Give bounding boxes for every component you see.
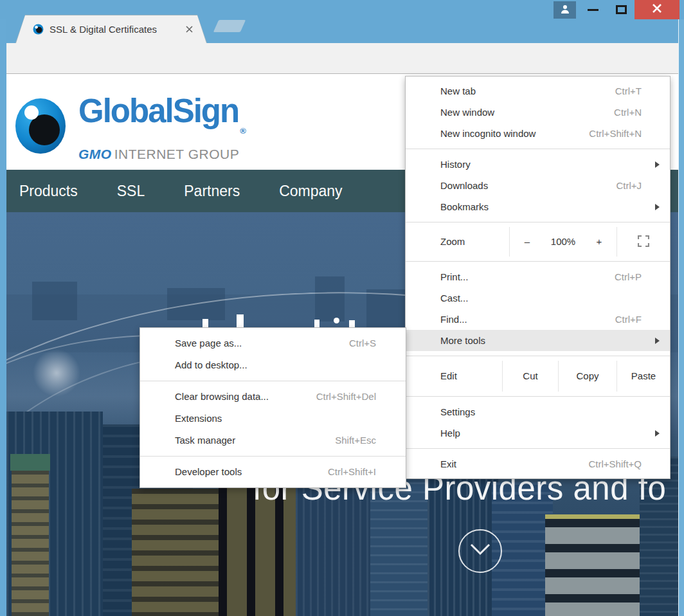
copy-button[interactable]: Copy bbox=[558, 361, 616, 392]
chevron-down-icon bbox=[469, 543, 491, 559]
globalsign-eye-icon bbox=[14, 97, 67, 158]
zoom-label: Zoom bbox=[406, 227, 510, 257]
nav-item-partners[interactable]: Partners bbox=[184, 183, 240, 200]
minimize-button[interactable] bbox=[579, 0, 608, 19]
tab-title: SSL & Digital Certificates bbox=[50, 24, 176, 35]
hero-heading-letter-fragment bbox=[203, 319, 208, 327]
tab-strip: SSL & Digital Certificates bbox=[0, 19, 684, 43]
menu-separator bbox=[406, 396, 670, 397]
light-glow bbox=[31, 347, 82, 399]
menu-item-cast[interactable]: Cast... bbox=[406, 287, 670, 309]
more-tools-submenu: Save page as...Ctrl+S Add to desktop... … bbox=[140, 327, 406, 488]
cut-button[interactable]: Cut bbox=[502, 361, 558, 392]
menu-separator bbox=[406, 356, 670, 356]
menu-item-new-tab[interactable]: New tabCtrl+T bbox=[406, 80, 670, 102]
nav-item-ssl[interactable]: SSL bbox=[117, 183, 145, 200]
nav-item-company[interactable]: Company bbox=[279, 183, 342, 200]
menu-zoom-row: Zoom – 100% + bbox=[406, 227, 670, 257]
browser-window: SSL & Digital Certificates GMO GlobalSig… bbox=[0, 0, 684, 616]
menu-separator bbox=[140, 456, 406, 457]
menu-separator bbox=[406, 448, 670, 449]
logo-internet-group: INTERNET GROUP bbox=[114, 147, 239, 161]
window-border-right bbox=[678, 19, 684, 616]
menu-item-settings[interactable]: Settings bbox=[406, 401, 670, 422]
fullscreen-button[interactable] bbox=[616, 227, 670, 257]
building bbox=[132, 489, 222, 616]
menu-item-history[interactable]: History bbox=[406, 154, 670, 175]
maximize-icon bbox=[616, 5, 627, 14]
menu-separator bbox=[406, 149, 670, 149]
skyline-silhouette bbox=[32, 282, 77, 320]
tab-close-icon[interactable] bbox=[183, 24, 195, 35]
menu-item-find[interactable]: Find...Ctrl+F bbox=[406, 309, 670, 330]
nav-item-products[interactable]: Products bbox=[19, 183, 78, 200]
tab-favicon-globalsign-eye-icon bbox=[33, 24, 44, 35]
person-icon bbox=[560, 4, 570, 17]
window-border-left bbox=[0, 19, 6, 616]
minimize-icon bbox=[588, 9, 598, 11]
close-button[interactable] bbox=[634, 0, 680, 19]
submenu-item-extensions[interactable]: Extensions bbox=[140, 408, 406, 430]
menu-item-more-tools[interactable]: More tools bbox=[406, 330, 670, 351]
menu-item-help[interactable]: Help bbox=[406, 422, 670, 444]
browser-menu: New tabCtrl+T New windowCtrl+N New incog… bbox=[405, 76, 670, 479]
menu-item-new-incognito-window[interactable]: New incognito windowCtrl+Shift+N bbox=[406, 123, 670, 144]
menu-edit-row: Edit Cut Copy Paste bbox=[406, 361, 670, 392]
profile-button[interactable] bbox=[554, 1, 576, 19]
submenu-arrow-icon bbox=[655, 338, 660, 344]
browser-toolbar: GMO GlobalSign Inc [US] https://www.glob… bbox=[0, 43, 684, 74]
registered-mark: ® bbox=[240, 126, 246, 136]
submenu-item-developer-tools[interactable]: Developer toolsCtrl+Shift+I bbox=[140, 461, 406, 483]
maximize-button[interactable] bbox=[608, 0, 634, 19]
scroll-down-button[interactable] bbox=[458, 529, 502, 573]
zoom-in-button[interactable]: + bbox=[582, 227, 616, 257]
edit-label: Edit bbox=[406, 361, 502, 392]
submenu-item-clear-browsing-data[interactable]: Clear browsing data...Ctrl+Shift+Del bbox=[140, 386, 406, 408]
menu-separator bbox=[406, 222, 670, 222]
zoom-level-value: 100% bbox=[544, 227, 582, 257]
menu-separator bbox=[406, 261, 670, 262]
hero-heading-letter-fragment bbox=[314, 320, 320, 327]
hero-heading-letter-fragment bbox=[349, 320, 355, 327]
submenu-item-add-to-desktop[interactable]: Add to desktop... bbox=[140, 354, 406, 376]
hero-heading-letter-fragment bbox=[237, 314, 244, 327]
new-tab-button[interactable] bbox=[213, 20, 246, 32]
tab-title-fade bbox=[165, 19, 184, 37]
menu-item-bookmarks[interactable]: Bookmarks bbox=[406, 196, 670, 217]
submenu-item-task-manager[interactable]: Task managerShift+Esc bbox=[140, 430, 406, 451]
building-light-rooftop bbox=[545, 514, 643, 616]
globalsign-logo[interactable]: GlobalSign® GMOINTERNET GROUP bbox=[14, 97, 246, 162]
active-tab[interactable]: SSL & Digital Certificates bbox=[15, 15, 207, 43]
logo-text: GlobalSign® GMOINTERNET GROUP bbox=[78, 97, 246, 162]
building-green-roof bbox=[10, 454, 50, 616]
submenu-arrow-icon bbox=[655, 430, 660, 437]
menu-item-downloads[interactable]: DownloadsCtrl+J bbox=[406, 175, 670, 196]
menu-separator bbox=[140, 381, 406, 381]
submenu-arrow-icon bbox=[655, 161, 660, 168]
zoom-out-button[interactable]: – bbox=[510, 227, 544, 257]
menu-item-exit[interactable]: ExitCtrl+Shift+Q bbox=[406, 453, 670, 475]
submenu-item-save-page-as[interactable]: Save page as...Ctrl+S bbox=[140, 332, 406, 354]
fullscreen-icon bbox=[638, 235, 649, 249]
submenu-arrow-icon bbox=[655, 204, 660, 210]
logo-gmo: GMO bbox=[78, 147, 112, 161]
hero-heading-letter-fragment bbox=[334, 318, 339, 323]
paste-button[interactable]: Paste bbox=[616, 361, 670, 392]
menu-item-new-window[interactable]: New windowCtrl+N bbox=[406, 102, 670, 123]
close-icon bbox=[651, 3, 663, 17]
menu-item-print[interactable]: Print...Ctrl+P bbox=[406, 266, 670, 287]
logo-wordmark: GlobalSign bbox=[78, 93, 239, 129]
